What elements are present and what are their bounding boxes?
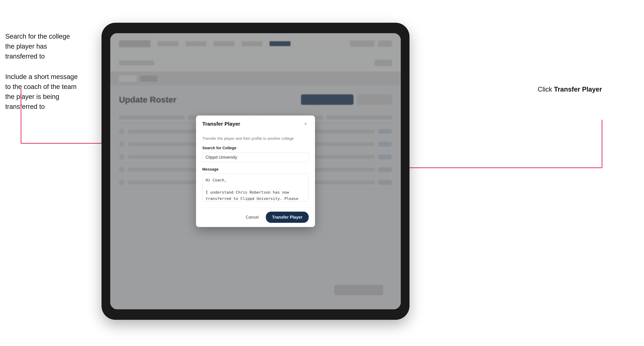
modal-footer: Cancel Transfer Player <box>196 207 315 227</box>
cancel-button[interactable]: Cancel <box>242 213 262 221</box>
annotation-left: Search for the college the player has tr… <box>5 31 79 122</box>
message-textarea[interactable]: Hi Coach, I understand Chris Robertson h… <box>202 174 309 202</box>
search-college-label: Search for College <box>202 146 309 150</box>
modal-title: Transfer Player <box>202 121 240 127</box>
annotation-text-2: Include a short message to the coach of … <box>5 72 79 112</box>
modal-description: Transfer the player and their profile to… <box>202 136 309 141</box>
modal-header: Transfer Player × <box>196 116 315 131</box>
tablet-screen: Update Roster <box>110 33 401 309</box>
modal-close-button[interactable]: × <box>302 121 309 127</box>
transfer-player-modal: Transfer Player × Transfer the player an… <box>196 116 315 227</box>
search-college-input[interactable] <box>202 152 309 162</box>
transfer-player-button[interactable]: Transfer Player <box>266 212 309 223</box>
modal-overlay: Transfer Player × Transfer the player an… <box>110 33 401 309</box>
annotation-right-prefix: Click <box>538 86 554 93</box>
tablet-device: Update Roster <box>102 23 410 320</box>
modal-body: Transfer the player and their profile to… <box>196 131 315 207</box>
annotation-right-bold: Transfer Player <box>554 86 602 93</box>
message-label: Message <box>202 167 309 172</box>
annotation-text-1: Search for the college the player has tr… <box>5 31 79 61</box>
annotation-right: Click Transfer Player <box>538 86 602 93</box>
